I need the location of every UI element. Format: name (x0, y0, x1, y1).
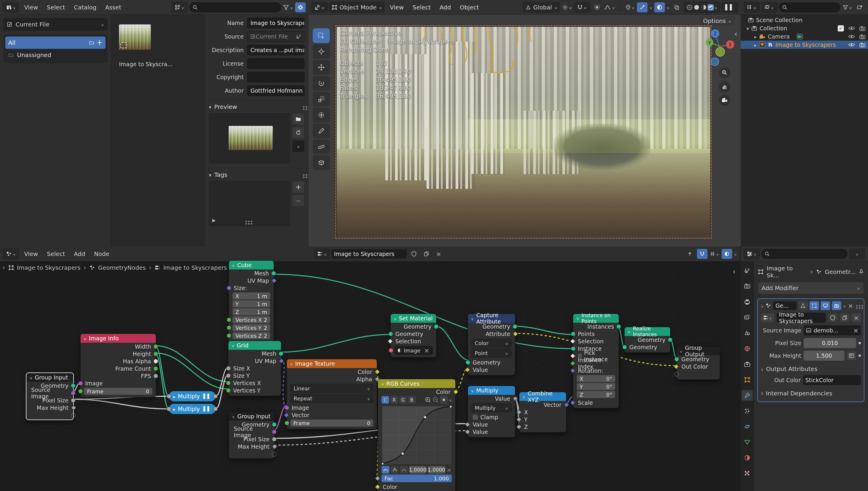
camera-render-view[interactable]: Camera Perspective (1) Collection | Imag… (337, 27, 710, 237)
data-type-dropdown[interactable]: Color (471, 339, 512, 347)
socket-size-x-in[interactable] (226, 366, 231, 371)
collapse-icon[interactable] (290, 360, 293, 367)
socket-geometry-out[interactable] (434, 324, 439, 329)
tab-object-data[interactable] (742, 437, 753, 447)
edit-mode-display-toggle[interactable] (809, 301, 819, 310)
tool-measure[interactable] (313, 140, 330, 154)
domain-dropdown[interactable]: Point (471, 349, 512, 357)
tool-move[interactable] (313, 60, 330, 75)
rotation-z-field[interactable]: Z0° (577, 391, 615, 398)
expand-icon[interactable] (173, 393, 176, 400)
channel-c-button[interactable]: C (381, 396, 389, 404)
input-attribute-toggle[interactable] (847, 351, 856, 360)
modifier-name-field[interactable]: Ge... (773, 301, 797, 310)
socket-size-y-in[interactable] (226, 373, 231, 378)
filter-dropdown-button[interactable] (283, 2, 293, 12)
vertices-z-field[interactable]: Vertices Z2 (232, 332, 270, 339)
socket-geometry-in[interactable] (466, 360, 470, 365)
socket-out[interactable] (213, 394, 218, 399)
socket-in[interactable] (167, 407, 172, 411)
copyright-field[interactable] (247, 72, 305, 82)
close-icon[interactable] (848, 302, 853, 310)
tab-render[interactable] (742, 281, 753, 292)
node-instance-on-points[interactable]: Instance on Points Instances Points Sele… (573, 314, 619, 408)
collapse-icon[interactable] (29, 374, 32, 381)
socket-frame-in[interactable] (78, 389, 83, 394)
pivot-point-dropdown[interactable] (562, 2, 572, 12)
tool-add-primitive[interactable] (313, 155, 330, 170)
tab-particles[interactable] (742, 406, 753, 416)
max-height-slider[interactable]: 1.500 (804, 351, 844, 361)
internal-dependencies-section[interactable]: Internal Dependencies (761, 389, 861, 398)
size-x-field[interactable]: X1 m (232, 292, 270, 299)
asset-card[interactable]: Image to Skyscra... (119, 24, 151, 67)
node-realize-instances[interactable]: Realize Instances Geometry Geometry (624, 327, 671, 353)
socket-material-in[interactable] (389, 348, 393, 353)
node-set-material[interactable]: Set Material Geometry Geometry Selection… (390, 314, 436, 357)
zoom-out-icon[interactable] (432, 397, 439, 403)
asset-library-dropdown[interactable]: Current File (3, 18, 107, 31)
socket-virtual-out[interactable] (272, 452, 277, 457)
socket-geometry-out[interactable] (668, 338, 673, 342)
extras-dropdown-icon[interactable] (843, 302, 846, 309)
shading-material-icon[interactable] (701, 4, 707, 10)
socket-out[interactable] (213, 407, 218, 411)
tab-object[interactable] (742, 375, 753, 385)
channel-r-button[interactable]: R (390, 396, 398, 404)
expand-icon[interactable] (173, 406, 176, 412)
collapse-icon[interactable] (576, 315, 579, 321)
handle-free-button[interactable] (400, 466, 408, 474)
clamp-checkbox[interactable] (473, 414, 478, 420)
editor-type-button[interactable] (312, 2, 328, 13)
tab-view-layer[interactable] (742, 312, 753, 323)
eye-icon[interactable] (848, 26, 855, 31)
node-image-texture[interactable]: Image Texture Color Alpha Linear Repeat … (287, 359, 377, 429)
proportional-falloff-dropdown[interactable] (604, 2, 615, 12)
render-visibility-icon[interactable] (859, 34, 866, 39)
channel-b-button[interactable]: B (408, 396, 415, 404)
interpolation-dropdown[interactable]: Linear (290, 384, 373, 393)
close-icon[interactable] (424, 347, 429, 354)
tool-rotate[interactable] (313, 76, 330, 91)
menu-add[interactable]: Add (436, 3, 455, 12)
outliner-search-input[interactable] (779, 2, 840, 12)
outliner-filter-button[interactable] (842, 2, 853, 12)
handle-auto-button[interactable] (381, 466, 390, 474)
node-group-output[interactable]: Group Output Geometry Out Color (676, 346, 720, 380)
socket-vertices-x-in[interactable] (227, 317, 231, 322)
socket-vertices-y-in[interactable] (226, 388, 231, 393)
socket-height-out[interactable] (153, 351, 158, 356)
shading-wireframe-icon[interactable] (686, 4, 693, 10)
socket-mesh-out[interactable] (271, 271, 276, 276)
render-display-toggle[interactable] (832, 301, 841, 310)
socket-frame-count-out[interactable] (153, 366, 158, 371)
collapse-icon[interactable] (471, 387, 474, 394)
socket-geometry-out[interactable] (513, 324, 517, 329)
asset-search-input[interactable] (189, 2, 281, 12)
mode-dropdown[interactable]: Object Mode (329, 2, 384, 13)
tab-texture[interactable] (742, 468, 753, 479)
tags-list-box[interactable] (209, 181, 290, 226)
tab-world[interactable] (742, 343, 753, 354)
tags-panel-header[interactable]: Tags (205, 168, 309, 181)
collapse-icon[interactable] (522, 393, 525, 400)
fac-slider[interactable]: Fac1.000 (381, 474, 452, 482)
animate-decorator[interactable] (859, 342, 861, 344)
camera-view-button[interactable] (719, 95, 730, 106)
render-visibility-icon[interactable] (859, 42, 866, 47)
size-y-field[interactable]: Y1 m (232, 300, 270, 308)
author-field[interactable]: Gottfried Hofmann (247, 85, 305, 96)
node-image-info[interactable]: Image Info Width Height Has Alpha Frame … (80, 334, 156, 398)
output-attributes-section[interactable]: Output Attributes (761, 365, 861, 372)
tool-cursor[interactable] (313, 44, 330, 59)
curve-x-field[interactable]: 1.0000 (409, 466, 427, 474)
grip-dots-icon[interactable] (303, 106, 305, 108)
realtime-display-toggle[interactable] (821, 301, 830, 310)
out-color-field[interactable]: StickColor (803, 375, 861, 385)
grip-dots-icon[interactable] (245, 221, 247, 222)
tab-material[interactable] (742, 453, 753, 463)
eye-icon[interactable] (848, 34, 855, 39)
socket-mesh-out[interactable] (279, 351, 283, 356)
outliner-row-object[interactable]: Image to Skyscrapers (741, 40, 868, 49)
collapse-icon[interactable] (761, 302, 764, 309)
